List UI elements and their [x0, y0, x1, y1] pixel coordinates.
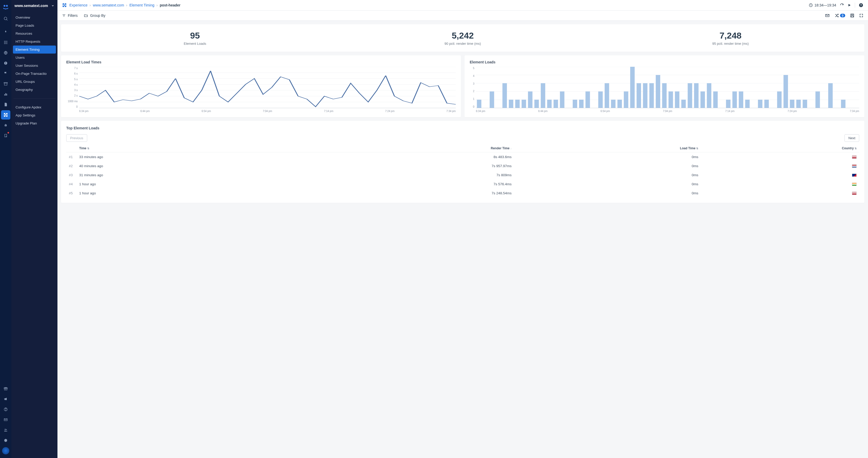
mail-icon[interactable] [1, 415, 10, 424]
group-by-button[interactable]: Group By [84, 13, 105, 18]
y-axis: 7 s6 s5 s4 s3 s2 s1000 ms0 [66, 67, 78, 108]
svg-rect-61 [490, 91, 494, 108]
archive-icon[interactable] [1, 79, 10, 89]
help-button[interactable]: ? [859, 3, 863, 7]
sidebar-item[interactable]: Upgrade Plan [13, 119, 56, 127]
svg-rect-90 [694, 83, 699, 108]
table-row[interactable]: #51 hour ago7s 248.54ms0ms [66, 189, 859, 198]
svg-rect-72 [573, 100, 577, 108]
sidebar-item[interactable]: Overview [13, 13, 56, 22]
svg-rect-19 [5, 93, 6, 95]
svg-rect-68 [541, 83, 545, 108]
svg-rect-88 [681, 100, 686, 108]
sidebar-item[interactable]: HTTP Requests [13, 37, 56, 45]
robot-icon[interactable] [1, 121, 10, 130]
app-logo[interactable] [2, 3, 10, 11]
expand-icon[interactable] [859, 13, 863, 18]
sidebar-item[interactable]: Resources [13, 30, 56, 37]
table-row[interactable]: #133 minutes ago8s 483.6ms0ms [66, 152, 859, 162]
flag-icon [852, 164, 857, 168]
icon-rail [0, 0, 11, 458]
svg-rect-39 [63, 14, 65, 15]
clock-icon [809, 3, 813, 7]
sidebar-item[interactable]: Page Loads [13, 22, 56, 30]
sidebar-item[interactable]: Users [13, 54, 56, 62]
chart-load-times: Element Load Times 7 s6 s5 s4 s3 s2 s100… [61, 55, 461, 117]
sidebar-item[interactable]: Configure Apdex [13, 103, 56, 111]
line-plot [79, 67, 456, 108]
svg-rect-89 [688, 83, 692, 108]
sidebar-header[interactable]: www.sematext.com [11, 0, 58, 11]
svg-rect-93 [713, 91, 718, 108]
breadcrumb-item[interactable]: Element Timing [129, 3, 154, 7]
users-icon[interactable] [1, 425, 10, 435]
svg-rect-63 [509, 100, 513, 108]
svg-rect-11 [6, 43, 7, 44]
svg-rect-5 [6, 41, 7, 42]
breadcrumb-item[interactable]: www.sematext.com [93, 3, 124, 7]
site-name: www.sematext.com [14, 4, 48, 8]
target-icon[interactable] [1, 110, 10, 120]
rocket-icon[interactable] [1, 27, 10, 37]
svg-rect-95 [733, 91, 737, 108]
breadcrumb-item[interactable]: Experience [69, 3, 88, 7]
kpi-value: 5,242 [329, 31, 597, 41]
chart-title: Element Load Times [66, 60, 456, 64]
column-header[interactable]: Country⇅ [701, 144, 859, 152]
sidebar-item[interactable]: Geography [13, 86, 56, 94]
svg-rect-97 [745, 100, 749, 108]
filterbar: Filters Group By 0 [58, 10, 868, 21]
svg-rect-73 [579, 100, 584, 108]
apps-grid-icon[interactable] [1, 38, 10, 47]
save-icon[interactable] [850, 13, 855, 18]
svg-rect-7 [5, 42, 6, 43]
svg-rect-78 [618, 100, 622, 108]
sidebar-item[interactable]: App Settings [13, 111, 56, 119]
chart-icon[interactable] [1, 90, 10, 99]
sidebar-item[interactable]: URL Groups [13, 78, 56, 86]
svg-rect-98 [758, 100, 763, 108]
svg-rect-74 [585, 91, 590, 108]
flag-icon[interactable] [1, 69, 10, 78]
table-row[interactable]: #331 minutes ago7s 809ms0ms [66, 171, 859, 180]
alert-icon[interactable] [1, 59, 10, 68]
megaphone-icon[interactable] [1, 394, 10, 404]
previous-button[interactable]: Previous [66, 134, 87, 142]
svg-rect-99 [764, 100, 769, 108]
svg-rect-62 [502, 83, 507, 108]
next-button[interactable]: Next [844, 134, 859, 142]
column-header[interactable]: Load Time⇅ [514, 144, 701, 152]
clipboard-icon[interactable] [1, 131, 10, 140]
sidebar: www.sematext.com OverviewPage LoadsResou… [11, 0, 58, 458]
globe-icon[interactable] [1, 48, 10, 57]
sidebar-item[interactable]: On-Page Transactio [13, 70, 56, 78]
svg-rect-104 [803, 100, 807, 108]
svg-rect-75 [598, 91, 603, 108]
time-range-picker[interactable]: 18:34—19:34 [809, 3, 836, 7]
refresh-button[interactable] [840, 3, 844, 7]
play-button[interactable] [847, 3, 851, 7]
mail-action-icon[interactable] [825, 13, 830, 18]
column-header[interactable]: Time⇅ [76, 144, 307, 152]
gift-icon[interactable] [1, 384, 10, 393]
sidebar-item[interactable]: User Sessions [13, 62, 56, 70]
sidebar-item[interactable]: Element Timing [13, 45, 56, 54]
search-icon[interactable] [1, 14, 10, 23]
settings-icon[interactable] [1, 436, 10, 445]
bar-plot [476, 67, 859, 108]
world-icon[interactable] [1, 446, 10, 455]
column-header[interactable]: Render Time↓ [307, 144, 514, 152]
svg-point-0 [4, 5, 5, 7]
svg-point-21 [5, 115, 6, 115]
shuffle-icon[interactable]: 0 [834, 13, 845, 18]
help-icon[interactable] [1, 405, 10, 414]
svg-rect-76 [604, 83, 609, 108]
filters-label: Filters [68, 13, 78, 18]
file-icon[interactable] [1, 100, 10, 109]
filters-button[interactable]: Filters [62, 13, 78, 18]
svg-rect-94 [726, 100, 730, 108]
table-row[interactable]: #41 hour ago7s 576.4ms0ms [66, 180, 859, 189]
svg-rect-91 [701, 91, 705, 108]
table-row[interactable]: #240 minutes ago7s 957.97ms0ms [66, 161, 859, 171]
svg-point-35 [64, 5, 65, 6]
